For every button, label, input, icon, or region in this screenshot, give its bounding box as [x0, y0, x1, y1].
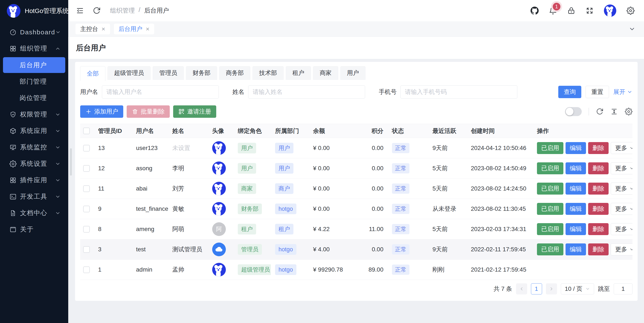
- row-checkbox[interactable]: [83, 165, 90, 172]
- edit-button[interactable]: 编辑: [566, 142, 586, 154]
- settings-gear-icon[interactable]: [626, 7, 634, 15]
- sidebar-item-docs[interactable]: 文档中心: [0, 205, 68, 221]
- username-input[interactable]: [102, 85, 219, 99]
- more-button[interactable]: 更多: [611, 183, 632, 195]
- breadcrumb-parent[interactable]: 组织管理: [110, 7, 135, 15]
- fullscreen-icon[interactable]: [586, 7, 594, 15]
- cell-last-active: 从未登录: [428, 205, 466, 213]
- delete-button[interactable]: 删除: [588, 162, 608, 174]
- batch-delete-button[interactable]: 批量删除: [127, 105, 170, 118]
- add-user-button[interactable]: 添加用户: [80, 105, 123, 118]
- filter-tab-all[interactable]: 全部: [80, 66, 105, 81]
- sidebar-item-organization[interactable]: 组织管理: [0, 40, 68, 57]
- filter-tab-finance[interactable]: 财务部: [186, 66, 217, 80]
- divider: [588, 108, 589, 115]
- row-checkbox[interactable]: [83, 185, 90, 192]
- chevron-down-icon: [629, 166, 632, 171]
- delete-button[interactable]: 删除: [588, 183, 608, 195]
- jump-page-input[interactable]: [614, 283, 632, 294]
- enabled-button[interactable]: 已启用: [537, 223, 564, 235]
- mobile-input[interactable]: [400, 85, 517, 99]
- cell-balance: ¥ 4.00: [309, 246, 352, 253]
- sidebar-item-about[interactable]: 关于: [0, 221, 68, 238]
- reload-table-icon[interactable]: [596, 108, 604, 115]
- tab-backend-users[interactable]: 后台用户 ×: [114, 24, 154, 34]
- lock-icon[interactable]: [567, 7, 575, 15]
- enabled-button[interactable]: 已启用: [537, 162, 564, 174]
- striped-toggle[interactable]: [565, 107, 582, 116]
- more-button[interactable]: 更多: [611, 142, 632, 154]
- row-checkbox[interactable]: [83, 206, 90, 212]
- page-size-select[interactable]: 10 / 页: [561, 283, 594, 294]
- sidebar-item-system-apps[interactable]: 系统应用: [0, 123, 68, 139]
- page-1-button[interactable]: 1: [531, 283, 542, 294]
- filter-tab-super-admin[interactable]: 超级管理员: [108, 66, 150, 80]
- next-page-button[interactable]: [546, 283, 557, 294]
- close-icon[interactable]: ×: [146, 26, 150, 32]
- more-button[interactable]: 更多: [611, 243, 632, 255]
- user-avatar[interactable]: [604, 5, 616, 17]
- expand-link[interactable]: 展开: [613, 88, 632, 96]
- filter-tab-business[interactable]: 商务部: [219, 66, 250, 80]
- reset-button[interactable]: 重置: [586, 86, 609, 98]
- sidebar-item-positions[interactable]: 岗位管理: [0, 90, 68, 106]
- chevron-down-icon: [629, 146, 632, 151]
- role-tag: 商家: [238, 183, 256, 194]
- users-table: 管理员ID 用户名 姓名 头像 绑定角色 所属部门 余额 积分 状态 最近活跃 …: [80, 124, 632, 280]
- enabled-button[interactable]: 已启用: [537, 142, 564, 154]
- enabled-button[interactable]: 已启用: [537, 183, 564, 195]
- tab-options-chevron-icon[interactable]: [629, 26, 636, 33]
- select-all-checkbox[interactable]: [83, 128, 90, 134]
- column-settings-gear-icon[interactable]: [625, 108, 632, 115]
- filter-tab-tenant[interactable]: 租户: [286, 66, 311, 80]
- edit-button[interactable]: 编辑: [566, 243, 586, 255]
- close-icon[interactable]: ×: [102, 26, 105, 32]
- edit-button[interactable]: 编辑: [566, 162, 586, 174]
- collapse-sidebar-icon[interactable]: [76, 7, 84, 15]
- row-checkbox[interactable]: [83, 266, 90, 273]
- prev-page-button[interactable]: [516, 283, 527, 294]
- tab-dashboard[interactable]: 主控台 ×: [76, 24, 110, 34]
- delete-button[interactable]: 删除: [588, 142, 608, 154]
- sidebar-item-system-monitor[interactable]: 系统监控: [0, 139, 68, 156]
- sidebar-item-permissions[interactable]: 权限管理: [0, 106, 68, 123]
- more-button[interactable]: 更多: [611, 162, 632, 174]
- filter-tab-user[interactable]: 用户: [340, 66, 366, 80]
- more-button[interactable]: 更多: [611, 223, 632, 235]
- sidebar-item-departments[interactable]: 部门管理: [0, 73, 68, 90]
- filter-tab-admin[interactable]: 管理员: [153, 66, 184, 80]
- row-height-icon[interactable]: [610, 108, 618, 115]
- edit-button[interactable]: 编辑: [566, 183, 586, 195]
- sidebar-item-dev-tools[interactable]: 开发工具: [0, 188, 68, 205]
- row-checkbox[interactable]: [83, 246, 90, 253]
- enabled-button[interactable]: 已启用: [537, 203, 564, 215]
- filter-tab-merchant[interactable]: 商家: [313, 66, 338, 80]
- delete-button[interactable]: 删除: [588, 223, 608, 235]
- table-tools: [565, 107, 632, 116]
- realname-input[interactable]: [248, 85, 365, 99]
- delete-button[interactable]: 删除: [588, 203, 608, 215]
- column-header: 状态: [388, 127, 428, 135]
- table-actions-row: 添加用户 批量删除 邀请注册: [80, 105, 632, 118]
- github-icon[interactable]: [530, 7, 539, 15]
- bell-icon[interactable]: 1: [549, 7, 557, 15]
- enabled-button[interactable]: 已启用: [537, 243, 564, 255]
- sidebar-item-system-settings[interactable]: 系统设置: [0, 156, 68, 172]
- table-row: 9test_finance黄敏财务部hotgo¥ 0.000.00正常从未登录2…: [80, 199, 632, 219]
- cell-admin-id: 13: [94, 145, 132, 151]
- edit-button[interactable]: 编辑: [566, 223, 586, 235]
- row-checkbox[interactable]: [83, 226, 90, 232]
- cell-points: 0.00: [352, 165, 388, 172]
- delete-button[interactable]: 删除: [588, 243, 608, 255]
- more-button[interactable]: 更多: [611, 203, 632, 215]
- sidebar-item-dashboard[interactable]: Dashboard: [0, 24, 68, 40]
- sidebar-scrollbar-thumb[interactable]: [70, 148, 72, 176]
- invite-register-button[interactable]: 邀请注册: [173, 105, 216, 118]
- edit-button[interactable]: 编辑: [566, 203, 586, 215]
- sidebar-item-plugins[interactable]: 插件应用: [0, 172, 68, 188]
- sidebar-item-backend-users[interactable]: 后台用户: [3, 57, 65, 73]
- query-button[interactable]: 查询: [558, 86, 581, 98]
- filter-tab-tech[interactable]: 技术部: [252, 66, 284, 80]
- row-checkbox[interactable]: [83, 145, 90, 151]
- refresh-icon[interactable]: [92, 7, 101, 15]
